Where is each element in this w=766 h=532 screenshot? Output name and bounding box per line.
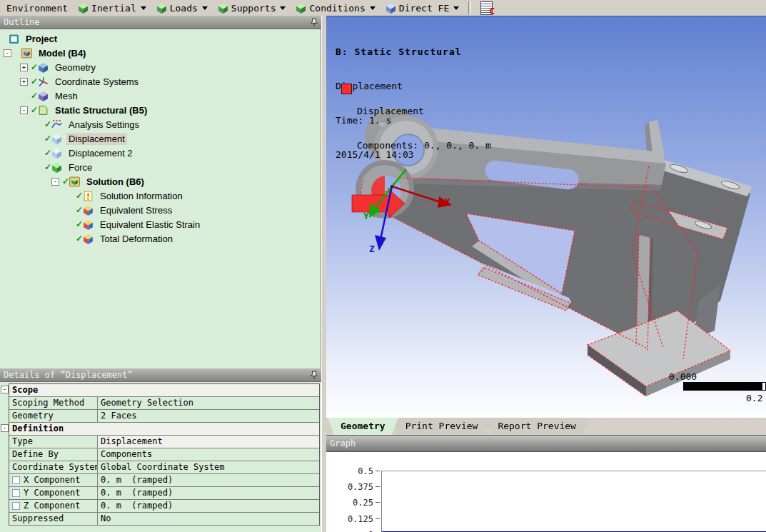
graph-plot: 0.5 0.375 0.25 0.125 0: [326, 452, 766, 532]
details-label: Scoping Method: [9, 397, 98, 409]
tree-item-label: Force: [66, 161, 94, 174]
legend-components: Components: 0., 0., 0. m: [357, 140, 491, 151]
result-icon: [83, 234, 94, 244]
tree-item-solution[interactable]: - Solution (B6): [0, 174, 321, 189]
details-row-z-component: Z Component 0. m (ramped): [9, 500, 319, 513]
details-value[interactable]: Components: [98, 448, 319, 461]
details-row-scoping-method: Scoping Method Geometry Selection: [9, 397, 319, 410]
tree-item-displacement-2[interactable]: Displacement 2: [0, 146, 321, 160]
view-tabs: Geometry Print Preview Report Preview: [326, 418, 766, 436]
pin-icon[interactable]: [311, 371, 318, 379]
toolbar-item-inertial[interactable]: Inertial: [74, 2, 151, 14]
details-table: Scope Scoping Method Geometry Selection …: [9, 383, 320, 526]
collapse-icon[interactable]: -: [51, 178, 59, 186]
toolbar-item-label: Direct FE: [399, 3, 449, 14]
details-category-scope[interactable]: Scope: [9, 384, 319, 397]
solution-icon: [69, 176, 80, 187]
expand-icon[interactable]: +: [20, 78, 28, 86]
tree-item-model[interactable]: - Model (B4): [0, 46, 321, 60]
tree-item-force[interactable]: Force: [0, 160, 321, 174]
tree-item-total-deformation[interactable]: Total Deformation: [0, 231, 321, 246]
details-label: X Component: [24, 474, 80, 486]
scale-ruler: [683, 382, 766, 391]
tree-item-geometry[interactable]: + Geometry: [0, 60, 321, 74]
tree-item-solution-information[interactable]: Solution Information: [0, 189, 321, 203]
graph-top-border: [381, 471, 766, 471]
collapse-icon[interactable]: -: [1, 386, 9, 393]
graph-title: Graph: [330, 438, 356, 448]
details-value[interactable]: Global Coordinate System: [98, 461, 319, 473]
expand-icon[interactable]: +: [20, 64, 28, 71]
static-structural-icon: [38, 105, 49, 116]
toolbar-item-supports[interactable]: Supports: [213, 2, 291, 14]
x-component-checkbox[interactable]: [12, 476, 20, 484]
commands-icon[interactable]: [480, 1, 493, 15]
toolbar-item-environment[interactable]: Environment: [2, 2, 72, 14]
details-label: Geometry: [9, 410, 98, 422]
y-tick-mark: [376, 518, 380, 519]
tab-print-preview[interactable]: Print Preview: [393, 418, 491, 435]
context-toolbar: Environment Inertial Loads Supports Cond…: [0, 0, 766, 16]
conditions-icon: [296, 3, 306, 14]
details-row-type: Type Displacement: [9, 436, 319, 448]
tab-report-preview[interactable]: Report Preview: [485, 418, 589, 435]
details-panel: - - Scope Scoping Method Geometry Select…: [0, 382, 321, 532]
collapse-icon[interactable]: -: [20, 106, 28, 114]
details-label: Coordinate System: [9, 461, 98, 473]
triad-z-label: Z: [369, 244, 375, 254]
collapse-icon[interactable]: -: [1, 424, 9, 432]
supports-icon: [218, 3, 228, 14]
tree-item-project[interactable]: Project: [0, 31, 321, 46]
toolbar-item-direct-fe[interactable]: Direct FE: [381, 2, 463, 14]
tab-geometry[interactable]: Geometry: [328, 418, 398, 435]
toolbar-item-label: Supports: [231, 3, 276, 14]
z-component-checkbox[interactable]: [12, 502, 20, 510]
details-value[interactable]: 0. m (ramped): [98, 500, 319, 512]
tree-item-equivalent-stress[interactable]: Equivalent Stress: [0, 203, 321, 217]
pin-icon[interactable]: [311, 18, 318, 26]
tree-item-label: Solution (B6): [84, 176, 146, 188]
tree-item-label: Geometry: [53, 61, 98, 74]
graphics-viewport[interactable]: B: Static Structural Displacement Time: …: [326, 16, 766, 418]
details-gutter: - -: [0, 383, 9, 532]
tree-item-mesh[interactable]: Mesh: [0, 89, 321, 103]
solution-information-icon: [83, 191, 94, 201]
annotation-title: B: Static Structural: [336, 46, 462, 58]
details-row-x-component: X Component 0. m (ramped): [9, 474, 319, 487]
result-icon: [83, 205, 94, 216]
tree-item-label: Displacement 2: [66, 147, 135, 159]
scale-min-label: 0.000: [669, 371, 697, 382]
details-row-coordinate-system: Coordinate System Global Coordinate Syst…: [9, 461, 319, 474]
y-component-checkbox[interactable]: [12, 489, 20, 497]
chevron-down-icon: [370, 6, 376, 10]
details-row-geometry: Geometry 2 Faces: [9, 410, 319, 423]
model-icon: [21, 48, 32, 59]
tree-item-static-structural[interactable]: - Static Structural (B5): [0, 103, 321, 117]
details-label: Suppressed: [9, 513, 98, 525]
scale-max-label: 0.2: [746, 393, 762, 403]
details-category-definition[interactable]: Definition: [9, 423, 319, 436]
details-row-y-component: Y Component 0. m (ramped): [9, 487, 319, 500]
details-value[interactable]: Displacement: [98, 436, 319, 448]
details-value[interactable]: 2 Faces: [98, 410, 319, 422]
details-value[interactable]: 0. m (ramped): [98, 474, 319, 486]
tree-item-coordinate-systems[interactable]: + Coordinate Systems: [0, 74, 321, 89]
analysis-settings-icon: [51, 119, 62, 130]
toolbar-item-loads[interactable]: Loads: [152, 2, 212, 14]
tree-item-displacement[interactable]: Displacement: [0, 131, 321, 146]
toolbar-separator: [468, 1, 471, 14]
details-value[interactable]: 0. m (ramped): [98, 487, 319, 499]
tree-item-label: Coordinate Systems: [53, 76, 141, 88]
bc-legend: Displacement Components: 0., 0., 0. m: [341, 83, 491, 174]
triad-x-label: X: [445, 196, 450, 207]
toolbar-item-label: Inertial: [91, 3, 136, 14]
legend-swatch: [341, 84, 352, 94]
tree-item-analysis-settings[interactable]: Analysis Settings: [0, 117, 321, 131]
details-value[interactable]: No: [98, 513, 319, 525]
toolbar-item-conditions[interactable]: Conditions: [291, 2, 379, 14]
details-value[interactable]: Geometry Selection: [98, 397, 319, 409]
y-tick-label: 0.375: [326, 482, 373, 492]
geometry-icon: [38, 62, 49, 73]
tree-item-equivalent-elastic-strain[interactable]: Equivalent Elastic Strain: [0, 217, 321, 231]
collapse-icon[interactable]: -: [4, 49, 11, 57]
